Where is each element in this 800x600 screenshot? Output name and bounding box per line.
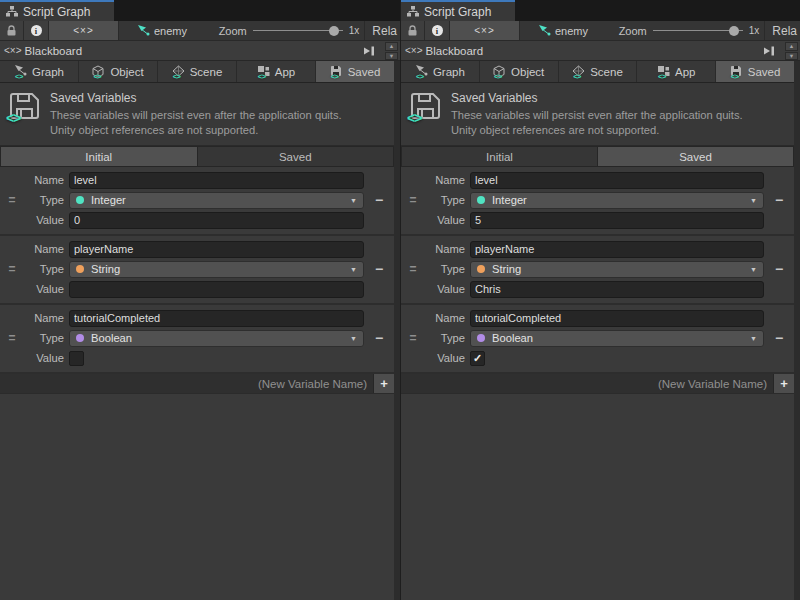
tab-app[interactable]: <> App	[637, 61, 715, 82]
remove-variable-button[interactable]: −	[364, 261, 394, 277]
variable-name-input[interactable]	[470, 241, 764, 258]
variables-icon: <×>	[4, 45, 22, 56]
tab-label: Saved	[348, 66, 381, 78]
new-variable-name-input[interactable]	[0, 374, 373, 393]
slider-knob[interactable]	[729, 26, 739, 36]
lock-button[interactable]	[401, 21, 425, 40]
add-variable-button[interactable]: +	[373, 374, 394, 393]
drag-handle[interactable]: =	[0, 193, 24, 207]
remove-variable-button[interactable]: −	[764, 330, 794, 346]
tab-object[interactable]: <> Object	[480, 61, 558, 82]
value-checkbox[interactable]: ✓	[470, 351, 485, 366]
drag-handle[interactable]: =	[401, 262, 425, 276]
value-label: Value	[425, 283, 465, 295]
variable-row: Name = Type Integer ▼ −	[0, 167, 394, 236]
tab-scene[interactable]: <> Scene	[158, 61, 236, 82]
remove-variable-button[interactable]: −	[764, 261, 794, 277]
drag-handle[interactable]: =	[0, 262, 24, 276]
graph-name: enemy	[555, 25, 588, 37]
zoom-value: 1x	[349, 25, 360, 36]
tab-initial[interactable]: Initial	[0, 146, 198, 167]
zoom-value: 1x	[749, 25, 760, 36]
variable-row: Name = Type Boolean ▼ −	[0, 305, 394, 374]
variable-value-input[interactable]	[69, 212, 364, 229]
scroll-spinner[interactable]: ▲ ▼	[385, 42, 398, 60]
dock-icon[interactable]	[763, 46, 775, 56]
zoom-slider[interactable]	[253, 26, 343, 36]
type-dropdown[interactable]: String ▼	[69, 261, 364, 278]
variable-row: Name = Type Boolean ▼ −	[401, 305, 794, 374]
value-label: Value	[24, 214, 64, 226]
zoom-slider[interactable]	[653, 26, 743, 36]
variable-name-input[interactable]	[470, 310, 764, 327]
graph-breadcrumb[interactable]: enemy	[137, 21, 187, 40]
graph-breadcrumb[interactable]: enemy	[538, 21, 588, 40]
vs-badge-icon: <>	[93, 72, 101, 81]
scroll-spinner[interactable]: ▲ ▼	[785, 42, 798, 60]
tab-saved[interactable]: <> Saved	[316, 61, 394, 82]
type-label: Type	[425, 194, 465, 206]
variables-toggle-button[interactable]: <×>	[450, 21, 520, 40]
hierarchy-graph-icon	[6, 6, 18, 17]
boolean-type-icon	[76, 334, 84, 342]
tab-label: App	[275, 66, 295, 78]
zoom-label: Zoom	[619, 25, 647, 37]
variable-value-input[interactable]	[470, 281, 764, 298]
tab-graph[interactable]: <> Graph	[401, 61, 479, 82]
variable-value-input[interactable]	[69, 281, 364, 298]
drag-handle[interactable]: =	[0, 331, 24, 345]
chevron-down-icon: ▼	[750, 197, 757, 204]
remove-variable-button[interactable]: −	[364, 192, 394, 208]
type-dropdown[interactable]: Boolean ▼	[470, 330, 764, 347]
value-label: Value	[24, 352, 64, 364]
relations-button[interactable]: Rela	[765, 24, 800, 38]
variable-name-input[interactable]	[470, 172, 764, 189]
tab-script-graph[interactable]: Script Graph	[0, 0, 114, 21]
spinner-down-icon[interactable]: ▼	[785, 52, 798, 61]
type-dropdown[interactable]: Integer ▼	[69, 192, 364, 209]
slider-knob[interactable]	[329, 26, 339, 36]
tab-saved[interactable]: <> Saved	[716, 61, 794, 82]
drag-handle[interactable]: =	[401, 331, 425, 345]
remove-variable-button[interactable]: −	[364, 330, 394, 346]
dock-icon[interactable]	[363, 46, 375, 56]
spinner-down-icon[interactable]: ▼	[385, 52, 398, 61]
tab-scene[interactable]: <> Scene	[559, 61, 637, 82]
add-variable-button[interactable]: +	[773, 374, 794, 393]
saved-tab-icon: <>	[330, 65, 344, 78]
tab-script-graph[interactable]: Script Graph	[401, 0, 515, 21]
variables-toggle-button[interactable]: <×>	[49, 21, 119, 40]
tab-object[interactable]: <> Object	[79, 61, 157, 82]
object-tab-icon: <>	[493, 65, 507, 78]
tab-label: Object	[110, 66, 143, 78]
tab-app[interactable]: <> App	[237, 61, 315, 82]
new-variable-name-input[interactable]	[401, 374, 773, 393]
drag-handle[interactable]: =	[401, 193, 425, 207]
lock-button[interactable]	[0, 21, 24, 40]
variable-name-input[interactable]	[69, 172, 364, 189]
lock-icon	[6, 25, 17, 37]
variable-name-input[interactable]	[69, 241, 364, 258]
info-button[interactable]: i	[425, 21, 450, 40]
variables-icon: <×>	[405, 45, 423, 56]
vs-badge-icon: <>	[407, 110, 421, 126]
spinner-up-icon[interactable]: ▲	[785, 42, 798, 51]
variable-value-input[interactable]	[470, 212, 764, 229]
info-button[interactable]: i	[24, 21, 49, 40]
type-dropdown[interactable]: String ▼	[470, 261, 764, 278]
tab-initial[interactable]: Initial	[401, 146, 598, 167]
variable-name-input[interactable]	[69, 310, 364, 327]
tab-saved-values[interactable]: Saved	[598, 146, 794, 167]
value-checkbox[interactable]	[69, 351, 84, 366]
tab-saved-values[interactable]: Saved	[198, 146, 395, 167]
chevron-down-icon: ▼	[750, 266, 757, 273]
remove-variable-button[interactable]: −	[764, 192, 794, 208]
relations-button[interactable]: Rela	[365, 24, 400, 38]
tab-graph[interactable]: <> Graph	[0, 61, 78, 82]
name-label: Name	[24, 312, 64, 324]
type-dropdown[interactable]: Boolean ▼	[69, 330, 364, 347]
spinner-up-icon[interactable]: ▲	[385, 42, 398, 51]
variable-scope-tabs: <> Graph <> Object <> Scene	[0, 61, 394, 83]
tab-label: Graph	[32, 66, 64, 78]
type-dropdown[interactable]: Integer ▼	[470, 192, 764, 209]
